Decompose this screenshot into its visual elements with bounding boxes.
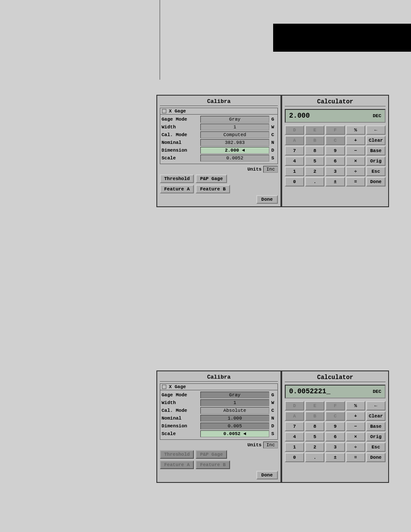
calc-btn-9-1[interactable]: 9 bbox=[325, 146, 345, 156]
field-value-nominal-1: 382.983 bbox=[200, 139, 269, 146]
field-side-dimension-2: D bbox=[269, 423, 276, 429]
calc-btn-8-1[interactable]: 8 bbox=[305, 146, 324, 156]
field-value-gagemode-1: Gray bbox=[200, 116, 269, 123]
units-label-2: Units bbox=[247, 442, 262, 448]
field-label-nominal-2: Nominal bbox=[162, 416, 200, 421]
calc-btn-done-1[interactable]: Done bbox=[366, 177, 386, 187]
field-label-dimension-2: Dimension bbox=[162, 423, 200, 429]
calc-btn-esc-1[interactable]: Esc bbox=[366, 167, 386, 176]
calc-btn-F-1[interactable]: F bbox=[325, 125, 345, 135]
calc-btn-sign-1[interactable]: ± bbox=[325, 177, 345, 187]
field-label-gagemode-2: Gage Mode bbox=[162, 392, 200, 398]
calc-btn-7-2[interactable]: 7 bbox=[285, 422, 304, 431]
calc-btn-orig-2[interactable]: Orig bbox=[366, 432, 386, 442]
calc-btn-dot-1[interactable]: . bbox=[305, 177, 324, 187]
featureb-btn-2[interactable]: Feature B bbox=[196, 460, 230, 469]
calc-btn-esc-2[interactable]: Esc bbox=[366, 442, 386, 452]
calc-btn-orig-1[interactable]: Orig bbox=[366, 156, 386, 166]
calc-btn-7-1[interactable]: 7 bbox=[285, 146, 304, 156]
btn-row-1a: Threshold P&P Gage bbox=[160, 174, 278, 183]
calc-btn-div-2[interactable]: ÷ bbox=[346, 442, 365, 452]
field-row-gagemode-2: Gage Mode Gray G bbox=[162, 392, 276, 398]
calc-btn-F-2[interactable]: F bbox=[325, 401, 345, 411]
calc-btn-minus-2[interactable]: − bbox=[346, 422, 365, 431]
calib-title-1: Calibra bbox=[160, 98, 278, 106]
calc-btn-3-2[interactable]: 3 bbox=[325, 442, 345, 452]
field-value-width-1: 1 bbox=[200, 124, 269, 131]
calc-btn-B-1[interactable]: B bbox=[305, 136, 324, 145]
calc-btn-plus-1[interactable]: + bbox=[346, 136, 365, 145]
calc-btn-pct-1[interactable]: % bbox=[346, 125, 365, 135]
calc-btn-clear-1[interactable]: Clear bbox=[366, 136, 386, 145]
fields-box-2: Gage Mode Gray G Width 1 W Cal. Mode Abs… bbox=[160, 390, 278, 440]
calc-btn-done-2[interactable]: Done bbox=[366, 453, 386, 462]
calc-btn-base-1[interactable]: Base bbox=[366, 146, 386, 156]
calc-btn-9-2[interactable]: 9 bbox=[325, 422, 345, 431]
units-row-1: Units Inc bbox=[160, 166, 278, 173]
calc-display-mode-1: DEC bbox=[373, 113, 381, 118]
calc-btn-0-2[interactable]: 0 bbox=[285, 453, 304, 462]
calc-btn-backspace-2[interactable]: ← bbox=[366, 401, 386, 411]
field-side-gagemode-1: G bbox=[269, 117, 276, 122]
calc-panel-1: Calculator 2.000 DEC D E F % ← A B C + C… bbox=[281, 95, 389, 207]
calib-panel-2: Calibra X Gage Gage Mode Gray G Width 1 … bbox=[156, 370, 281, 483]
calc-btn-base-2[interactable]: Base bbox=[366, 422, 386, 431]
calc-btn-dot-2[interactable]: . bbox=[305, 453, 324, 462]
featurea-btn-1[interactable]: Feature A bbox=[160, 185, 194, 193]
ppgage-btn-1[interactable]: P&P Gage bbox=[196, 174, 227, 183]
calc-btn-6-2[interactable]: 6 bbox=[325, 432, 345, 442]
featureb-btn-1[interactable]: Feature B bbox=[196, 185, 230, 193]
calc-btn-4-2[interactable]: 4 bbox=[285, 432, 304, 442]
calc-btn-eq-2[interactable]: = bbox=[346, 453, 365, 462]
calc-btn-E-2[interactable]: E bbox=[305, 401, 324, 411]
calc-btn-mul-1[interactable]: × bbox=[346, 156, 365, 166]
calc-btn-eq-1[interactable]: = bbox=[346, 177, 365, 187]
field-label-calmode-2: Cal. Mode bbox=[162, 408, 200, 413]
ppgage-btn-2[interactable]: P&P Gage bbox=[196, 450, 227, 459]
field-side-width-1: W bbox=[269, 124, 276, 130]
calc-btn-6-1[interactable]: 6 bbox=[325, 156, 345, 166]
calc-btn-mul-2[interactable]: × bbox=[346, 432, 365, 442]
calc-btn-4-1[interactable]: 4 bbox=[285, 156, 304, 166]
calc-display-value-1: 2.000 bbox=[289, 112, 310, 120]
calc-btn-E-1[interactable]: E bbox=[305, 125, 324, 135]
calc-btn-0-1[interactable]: 0 bbox=[285, 177, 304, 187]
field-row-calmode-2: Cal. Mode Absolute C bbox=[162, 407, 276, 414]
done-btn-1[interactable]: Done bbox=[256, 195, 278, 204]
calc-btn-1-2[interactable]: 1 bbox=[285, 442, 304, 452]
calc-display-value-2: 0.0052221_ bbox=[289, 388, 330, 395]
calc-btn-backspace-1[interactable]: ← bbox=[366, 125, 386, 135]
calc-btn-A-1[interactable]: A bbox=[285, 136, 304, 145]
calc-btn-3-1[interactable]: 3 bbox=[325, 167, 345, 176]
calc-btn-1-1[interactable]: 1 bbox=[285, 167, 304, 176]
calc-btn-minus-1[interactable]: − bbox=[346, 146, 365, 156]
calc-btn-2-1[interactable]: 2 bbox=[305, 167, 324, 176]
threshold-btn-2[interactable]: Threshold bbox=[160, 450, 194, 459]
calc-btn-A-2[interactable]: A bbox=[285, 411, 304, 421]
calc-btn-C-2[interactable]: C bbox=[325, 411, 345, 421]
calc-btn-B-2[interactable]: B bbox=[305, 411, 324, 421]
calc-btn-plus-2[interactable]: + bbox=[346, 411, 365, 421]
calc-grid-1: D E F % ← A B C + Clear 7 8 9 − Base 4 5… bbox=[285, 125, 386, 187]
vertical-line bbox=[159, 0, 160, 80]
calc-btn-C-1[interactable]: C bbox=[325, 136, 345, 145]
calc-btn-sign-2[interactable]: ± bbox=[325, 453, 345, 462]
calc-btn-5-1[interactable]: 5 bbox=[305, 156, 324, 166]
field-side-scale-2: S bbox=[269, 431, 276, 436]
threshold-btn-1[interactable]: Threshold bbox=[160, 174, 194, 183]
calc-btn-D-1[interactable]: D bbox=[285, 125, 304, 135]
calc-btn-D-2[interactable]: D bbox=[285, 401, 304, 411]
calc-btn-8-2[interactable]: 8 bbox=[305, 422, 324, 431]
field-side-nominal-1: N bbox=[269, 140, 276, 145]
calc-btn-2-2[interactable]: 2 bbox=[305, 442, 324, 452]
featurea-btn-2[interactable]: Feature A bbox=[160, 460, 194, 469]
calc-btn-5-2[interactable]: 5 bbox=[305, 432, 324, 442]
calc-btn-div-1[interactable]: ÷ bbox=[346, 167, 365, 176]
field-row-gagemode-1: Gage Mode Gray G bbox=[162, 116, 276, 123]
field-label-calmode-1: Cal. Mode bbox=[162, 132, 200, 137]
done-btn-2[interactable]: Done bbox=[256, 471, 278, 479]
calib-panel-1: Calibra X Gage Gage Mode Gray G Width 1 … bbox=[156, 95, 281, 207]
field-side-gagemode-2: G bbox=[269, 392, 276, 398]
calc-btn-clear-2[interactable]: Clear bbox=[366, 411, 386, 421]
calc-btn-pct-2[interactable]: % bbox=[346, 401, 365, 411]
